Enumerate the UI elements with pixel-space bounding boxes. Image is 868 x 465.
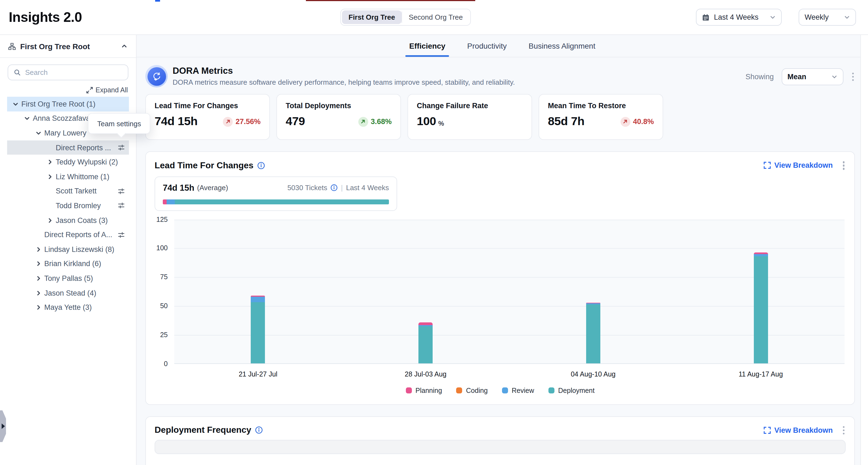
dora-more-options-button[interactable] <box>851 71 855 82</box>
x-axis-label: 04 Aug-10 Aug <box>571 370 616 378</box>
tree-item[interactable]: Jason Stead (4) <box>7 285 129 300</box>
tree-item[interactable]: Lindsay Liszewski (8) <box>7 242 129 256</box>
expand-all-link[interactable]: Expand All <box>86 86 128 94</box>
search-input[interactable] <box>25 68 122 76</box>
metric-card-title: Change Failure Rate <box>417 102 523 110</box>
team-settings-icon[interactable] <box>118 187 125 195</box>
chevron-right-icon[interactable] <box>35 260 44 268</box>
org-tree-toggle[interactable]: First Org TreeSecond Org Tree <box>340 9 471 26</box>
showing-select[interactable]: Mean <box>781 68 843 85</box>
chart-bar <box>251 296 265 363</box>
chevron-right-icon[interactable] <box>35 304 44 311</box>
chevron-right-icon[interactable] <box>46 217 56 224</box>
y-axis-tick: 125 <box>156 216 168 223</box>
metric-value: 74d 15h <box>155 115 197 128</box>
average-label: (Average) <box>197 184 228 192</box>
org-chart-icon <box>8 42 16 50</box>
info-icon[interactable] <box>331 184 338 191</box>
tree-item[interactable]: Todd Bromley <box>7 198 129 213</box>
view-breakdown-link[interactable]: View Breakdown <box>764 426 833 434</box>
chart-bar <box>586 303 600 363</box>
tree-item-label: First Org Tree Root (1) <box>21 100 125 108</box>
chevron-down-icon[interactable] <box>24 115 33 122</box>
info-icon[interactable] <box>257 162 265 169</box>
distribution-segment-deployment <box>175 199 389 204</box>
chart-legend: PlanningCodingReviewDeployment <box>146 386 854 404</box>
metric-card-title: Mean Time To Restore <box>548 102 654 110</box>
average-value: 74d 15h <box>163 183 194 193</box>
tab-efficiency[interactable]: Efficiency <box>407 35 447 57</box>
top-edge-artifact-red <box>306 0 475 1</box>
team-settings-icon[interactable] <box>118 231 125 239</box>
tree-item-label: Direct Reports of A... <box>44 230 114 239</box>
calendar-icon <box>702 13 710 21</box>
trend-delta: 27.56% <box>236 118 260 126</box>
chart-x-axis: 21 Jul-27 Jul28 Jul-03 Aug04 Aug-10 Aug1… <box>174 366 844 382</box>
tree-item[interactable]: Tony Pallas (5) <box>7 271 129 285</box>
legend-swatch <box>456 388 462 394</box>
view-breakdown-label: View Breakdown <box>774 161 833 170</box>
deployment-more-options-button[interactable] <box>841 425 846 435</box>
chevron-right-icon[interactable] <box>35 289 44 297</box>
chevron-down-icon[interactable] <box>12 100 21 107</box>
legend-label: Planning <box>415 386 442 394</box>
chevron-right-icon[interactable] <box>35 275 44 282</box>
divider: | <box>341 184 343 192</box>
tree-item[interactable]: Jason Coats (3) <box>7 213 129 227</box>
view-breakdown-label: View Breakdown <box>774 426 833 434</box>
bar-segment-deployment <box>251 302 265 363</box>
tree-item[interactable]: Maya Yette (3) <box>7 300 129 315</box>
metric-cards-row: Lead Time For Changes74d 15h27.56%Total … <box>145 94 855 140</box>
tab-productivity[interactable]: Productivity <box>466 35 508 57</box>
granularity-select[interactable]: Weekly <box>799 9 856 26</box>
team-settings-icon[interactable] <box>118 144 125 151</box>
chevron-right-icon[interactable] <box>35 246 44 253</box>
org-toggle-option[interactable]: First Org Tree <box>342 10 402 24</box>
collapse-sidebar-icon[interactable] <box>121 42 128 50</box>
y-axis-tick: 50 <box>160 302 168 310</box>
bar-segment-review <box>753 254 768 256</box>
phase-distribution-bar <box>163 199 389 204</box>
period-select[interactable]: Last 4 Weeks <box>696 9 782 26</box>
chevron-right-icon[interactable] <box>46 173 56 180</box>
tab-business-alignment[interactable]: Business Alignment <box>527 35 597 57</box>
tree-item[interactable]: Teddy Wylupski (2) <box>7 155 129 169</box>
tree-item[interactable]: Direct Reports ... <box>7 141 129 155</box>
chevron-down-icon <box>770 14 776 20</box>
tree-item-label: Jason Stead (4) <box>44 289 125 297</box>
tree-item[interactable]: Scott Tarkett <box>7 184 129 198</box>
scrollbar-track[interactable] <box>860 35 868 465</box>
distribution-segment-review <box>166 199 175 204</box>
lead-time-more-options-button[interactable] <box>841 160 846 171</box>
trend-up-arrow-icon <box>223 117 233 126</box>
tickets-count: 5030 Tickets <box>287 184 327 192</box>
lead-time-section: Lead Time For Changes View Breakdown <box>145 151 855 405</box>
legend-swatch <box>406 388 412 394</box>
tree-item[interactable]: Liz Whittome (1) <box>7 169 129 184</box>
deployment-frequency-section: Deployment Frequency View Breakdown <box>145 416 855 465</box>
summary-period: Last 4 Weeks <box>346 184 389 192</box>
y-axis-tick: 75 <box>160 273 168 281</box>
info-icon[interactable] <box>255 427 263 434</box>
view-breakdown-link[interactable]: View Breakdown <box>764 161 833 170</box>
sidebar: First Org Tree Root Expand All First Org… <box>0 35 136 465</box>
metric-card: Lead Time For Changes74d 15h27.56% <box>145 94 270 140</box>
team-settings-icon[interactable] <box>118 202 125 210</box>
tree-item[interactable]: Direct Reports of A... <box>7 227 129 242</box>
legend-label: Review <box>512 386 534 394</box>
showing-label: Showing <box>745 73 774 81</box>
chart-gridline <box>174 335 844 335</box>
tree-item[interactable]: Brian Kirkland (6) <box>7 256 129 271</box>
search-box[interactable] <box>8 64 128 80</box>
tree-item-label: Tony Pallas (5) <box>44 274 125 282</box>
tree-item-label: Liz Whittome (1) <box>56 173 125 181</box>
org-toggle-option[interactable]: Second Org Tree <box>402 10 469 24</box>
chevron-down-icon[interactable] <box>35 129 44 136</box>
chevron-right-icon[interactable] <box>46 158 56 165</box>
top-bar: Insights 2.0 First Org TreeSecond Org Tr… <box>0 0 868 35</box>
legend-swatch <box>502 388 508 394</box>
tree-item[interactable]: First Org Tree Root (1) <box>7 97 129 111</box>
legend-item-coding: Coding <box>456 386 488 394</box>
metric-card: Total Deployments4793.68% <box>276 94 401 140</box>
chart-gridline <box>174 219 844 220</box>
